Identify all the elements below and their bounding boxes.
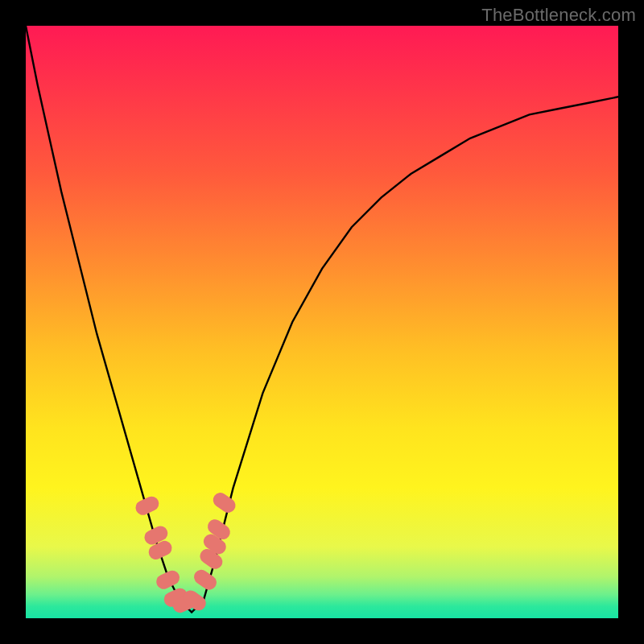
chart-svg <box>26 26 618 618</box>
chart-frame: TheBottleneck.com <box>0 0 644 644</box>
marker-point <box>192 567 220 592</box>
bottleneck-curve <box>26 26 618 613</box>
curve-markers <box>134 490 239 616</box>
watermark-text: TheBottleneck.com <box>481 5 636 26</box>
marker-point <box>154 568 182 592</box>
marker-point <box>134 494 162 518</box>
plot-area <box>26 26 618 618</box>
marker-point <box>210 490 238 516</box>
